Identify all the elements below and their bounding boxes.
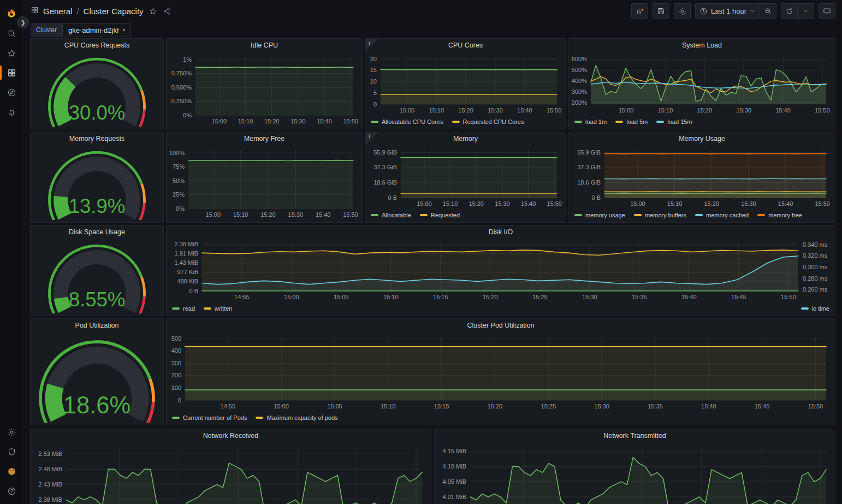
panel-title[interactable]: Network Received bbox=[31, 429, 431, 443]
svg-text:15:40: 15:40 bbox=[517, 107, 532, 114]
chart-canvas: 15:0015:1015:2015:3015:4015:50600%500%40… bbox=[571, 52, 833, 116]
svg-text:15:00: 15:00 bbox=[619, 107, 634, 114]
sidebar bbox=[0, 0, 23, 504]
legend-item[interactable]: read bbox=[172, 305, 195, 312]
panel-title[interactable]: Disk I/O bbox=[167, 226, 835, 239]
panel-memory-usage: Memory Usage 15:0015:1015:2015:3015:4015… bbox=[568, 132, 835, 223]
svg-text:20: 20 bbox=[370, 56, 377, 62]
legend-item[interactable]: memory free bbox=[757, 212, 802, 218]
chart-canvas: 15:0015:1015:2015:3015:4015:5020151050 bbox=[367, 52, 564, 116]
panel-title[interactable]: Memory Requests bbox=[31, 132, 163, 146]
legend-series-label: io time bbox=[812, 305, 829, 312]
svg-text:14:55: 14:55 bbox=[221, 403, 236, 410]
server-admin-shield-icon[interactable] bbox=[0, 442, 23, 461]
svg-text:15:35: 15:35 bbox=[632, 294, 647, 300]
share-dashboard-icon[interactable] bbox=[163, 7, 171, 15]
alerting-bell-icon[interactable] bbox=[0, 103, 23, 121]
star-dashboard-icon[interactable] bbox=[149, 7, 157, 15]
help-icon[interactable] bbox=[0, 482, 23, 500]
configuration-gear-icon[interactable] bbox=[0, 423, 23, 441]
legend-item[interactable]: memory cached bbox=[695, 212, 749, 218]
panel-title[interactable]: Cluster Pod Utilization bbox=[167, 319, 835, 333]
legend-item[interactable]: Allocatable bbox=[371, 212, 411, 218]
dashboards-icon[interactable] bbox=[0, 63, 23, 82]
legend-item[interactable]: written bbox=[204, 305, 232, 312]
legend-item[interactable]: load 15m bbox=[656, 118, 692, 125]
svg-text:15:25: 15:25 bbox=[532, 294, 548, 300]
time-range-label: Last 1 hour bbox=[711, 7, 746, 15]
svg-text:2.43 MiB: 2.43 MiB bbox=[39, 481, 62, 488]
svg-text:15:40: 15:40 bbox=[316, 211, 331, 218]
gauge-canvas: 13.9% bbox=[33, 146, 161, 220]
svg-text:0%: 0% bbox=[183, 112, 192, 118]
panel-title[interactable]: Network Transmitted bbox=[435, 429, 835, 443]
legend-series-color bbox=[204, 307, 211, 310]
svg-text:15:40: 15:40 bbox=[521, 200, 536, 207]
svg-text:15:05: 15:05 bbox=[327, 403, 342, 410]
svg-text:15:35: 15:35 bbox=[648, 403, 663, 410]
breadcrumb-dashboard-title[interactable]: Cluster Capacity bbox=[84, 7, 144, 16]
svg-text:0.500%: 0.500% bbox=[171, 84, 192, 91]
tv-mode-button[interactable] bbox=[819, 3, 835, 19]
svg-text:15:30: 15:30 bbox=[582, 294, 597, 300]
panel-title[interactable]: Memory bbox=[365, 132, 566, 146]
profile-avatar[interactable] bbox=[0, 462, 23, 481]
svg-text:25%: 25% bbox=[173, 191, 185, 198]
svg-text:15:50: 15:50 bbox=[808, 403, 823, 410]
panel-title[interactable]: System Load bbox=[569, 39, 835, 52]
svg-text:15:00: 15:00 bbox=[284, 294, 299, 300]
add-panel-button[interactable] bbox=[631, 3, 648, 19]
legend-item[interactable]: Requested CPU Cores bbox=[452, 118, 524, 125]
svg-text:15:20: 15:20 bbox=[469, 200, 484, 207]
refresh-interval-dropdown[interactable] bbox=[798, 3, 814, 19]
svg-text:15:10: 15:10 bbox=[383, 294, 399, 300]
panel-info-icon[interactable] bbox=[365, 132, 378, 145]
panel-title[interactable]: CPU Cores Requests bbox=[31, 39, 163, 52]
svg-text:15:10: 15:10 bbox=[233, 211, 248, 218]
refresh-button[interactable] bbox=[781, 3, 798, 19]
svg-text:15:00: 15:00 bbox=[212, 118, 227, 124]
svg-text:0.260 ms: 0.260 ms bbox=[803, 286, 828, 293]
chevron-down-icon bbox=[803, 8, 809, 14]
panel-title[interactable]: Memory Free bbox=[167, 132, 362, 146]
panel-info-icon[interactable] bbox=[365, 39, 378, 52]
legend-series-label: load 15m bbox=[667, 118, 692, 125]
time-range-picker[interactable]: Last 1 hour bbox=[695, 3, 760, 19]
save-dashboard-button[interactable] bbox=[653, 3, 669, 19]
legend-item[interactable]: Allocatable CPU Cores bbox=[371, 118, 443, 125]
svg-text:5: 5 bbox=[373, 90, 377, 96]
breadcrumb-folder[interactable]: General bbox=[43, 7, 72, 16]
variable-value-dropdown[interactable]: gke-admin-d2jkf ▾ bbox=[62, 23, 131, 37]
legend-item[interactable]: load 5m bbox=[615, 118, 648, 125]
svg-text:15:50: 15:50 bbox=[815, 200, 830, 207]
svg-text:50%: 50% bbox=[173, 177, 185, 184]
svg-text:1%: 1% bbox=[183, 56, 192, 63]
svg-text:15:40: 15:40 bbox=[317, 118, 332, 124]
legend-item[interactable]: Requested bbox=[420, 212, 460, 218]
gauge-value: 13.9% bbox=[69, 195, 126, 217]
panel-title[interactable]: Idle CPU bbox=[167, 39, 362, 52]
svg-text:15:00: 15:00 bbox=[274, 403, 289, 410]
legend-series-label: written bbox=[215, 305, 232, 312]
legend-item[interactable]: Current number of Pods bbox=[172, 414, 247, 421]
gauge-value: 30.0% bbox=[69, 102, 126, 124]
panel-title[interactable]: CPU Cores bbox=[365, 39, 566, 52]
zoom-out-time-button[interactable] bbox=[760, 3, 776, 19]
legend-item[interactable]: load 1m bbox=[574, 118, 607, 125]
svg-text:600%: 600% bbox=[572, 56, 587, 62]
legend-item[interactable]: memory usage bbox=[574, 212, 625, 218]
dashboard-settings-button[interactable] bbox=[674, 3, 691, 19]
starred-icon[interactable] bbox=[0, 44, 23, 62]
legend-item[interactable]: Maximum capacity of pods bbox=[256, 414, 337, 421]
chart-memory-usage: 15:0015:1015:2015:3015:4015:5055.9 GiB37… bbox=[571, 146, 833, 220]
variable-label[interactable]: Cluster bbox=[31, 23, 62, 37]
panel-title[interactable]: Disk Space Usage bbox=[31, 226, 163, 239]
panel-title[interactable]: Pod Utilization bbox=[31, 319, 163, 333]
legend-item[interactable]: io time bbox=[801, 305, 829, 312]
svg-text:15:30: 15:30 bbox=[736, 107, 751, 114]
legend-item[interactable]: memory buffers bbox=[634, 212, 686, 218]
legend-series-color bbox=[574, 214, 582, 216]
panel-title[interactable]: Memory Usage bbox=[569, 132, 835, 146]
explore-compass-icon[interactable] bbox=[0, 83, 23, 102]
sidebar-expand-button[interactable]: ❯ bbox=[17, 16, 29, 28]
